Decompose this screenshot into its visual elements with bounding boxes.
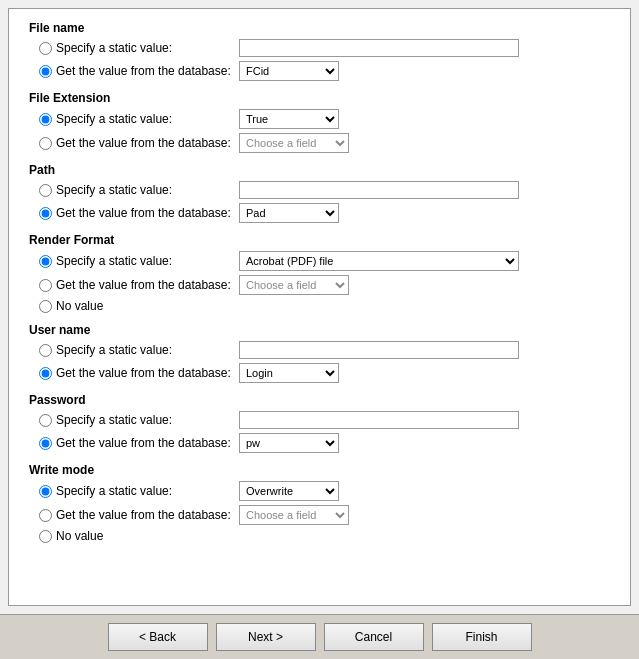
option-row-rf-static: Specify a static value: Acrobat (PDF) fi… — [29, 251, 610, 271]
option-row-fileext-db: Get the value from the database: Choose … — [29, 133, 610, 153]
select-un-db[interactable]: Login — [239, 363, 339, 383]
cancel-button[interactable]: Cancel — [324, 623, 424, 651]
radio-wm-db[interactable] — [39, 509, 52, 522]
radio-pw-static[interactable] — [39, 414, 52, 427]
select-fileext-db[interactable]: Choose a field — [239, 133, 349, 153]
finish-button[interactable]: Finish — [432, 623, 532, 651]
option-row-un-db: Get the value from the database: Login — [29, 363, 610, 383]
option-row-wm-db: Get the value from the database: Choose … — [29, 505, 610, 525]
option-row-path-db: Get the value from the database: Pad — [29, 203, 610, 223]
radio-fileext-static[interactable] — [39, 113, 52, 126]
option-row-wm-static: Specify a static value: Overwrite — [29, 481, 610, 501]
input-path-static[interactable] — [239, 181, 519, 199]
option-row-wm-novalue: No value — [29, 529, 610, 543]
radio-filename-static[interactable] — [39, 42, 52, 55]
form-content: File name Specify a static value: Get th… — [8, 8, 631, 606]
radio-path-db[interactable] — [39, 207, 52, 220]
option-row-path-static: Specify a static value: — [29, 181, 610, 199]
section-title-writemode: Write mode — [29, 463, 610, 477]
section-title-password: Password — [29, 393, 610, 407]
back-button[interactable]: < Back — [108, 623, 208, 651]
option-row-filename-db: Get the value from the database: FCid — [29, 61, 610, 81]
radio-filename-db[interactable] — [39, 65, 52, 78]
radio-pw-db[interactable] — [39, 437, 52, 450]
section-title-renderformat: Render Format — [29, 233, 610, 247]
section-title-filename: File name — [29, 21, 610, 35]
radio-un-static[interactable] — [39, 344, 52, 357]
input-filename-static[interactable] — [239, 39, 519, 57]
radio-rf-novalue[interactable] — [39, 300, 52, 313]
option-row-fileext-static: Specify a static value: True False — [29, 109, 610, 129]
select-pw-db[interactable]: pw — [239, 433, 339, 453]
radio-wm-static[interactable] — [39, 485, 52, 498]
section-title-path: Path — [29, 163, 610, 177]
radio-wm-novalue[interactable] — [39, 530, 52, 543]
input-pw-static[interactable] — [239, 411, 519, 429]
radio-rf-db[interactable] — [39, 279, 52, 292]
option-row-pw-static: Specify a static value: — [29, 411, 610, 429]
select-wm-static[interactable]: Overwrite — [239, 481, 339, 501]
select-rf-static[interactable]: Acrobat (PDF) file — [239, 251, 519, 271]
select-wm-db[interactable]: Choose a field — [239, 505, 349, 525]
section-title-fileext: File Extension — [29, 91, 610, 105]
option-row-un-static: Specify a static value: — [29, 341, 610, 359]
option-row-rf-db: Get the value from the database: Choose … — [29, 275, 610, 295]
select-filename-db[interactable]: FCid — [239, 61, 339, 81]
radio-rf-static[interactable] — [39, 255, 52, 268]
radio-un-db[interactable] — [39, 367, 52, 380]
section-title-username: User name — [29, 323, 610, 337]
select-path-db[interactable]: Pad — [239, 203, 339, 223]
select-fileext-static[interactable]: True False — [239, 109, 339, 129]
input-un-static[interactable] — [239, 341, 519, 359]
radio-fileext-db[interactable] — [39, 137, 52, 150]
select-rf-db[interactable]: Choose a field — [239, 275, 349, 295]
option-row-filename-static: Specify a static value: — [29, 39, 610, 57]
next-button[interactable]: Next > — [216, 623, 316, 651]
radio-path-static[interactable] — [39, 184, 52, 197]
option-row-pw-db: Get the value from the database: pw — [29, 433, 610, 453]
footer: < Back Next > Cancel Finish — [0, 614, 639, 659]
option-row-rf-novalue: No value — [29, 299, 610, 313]
